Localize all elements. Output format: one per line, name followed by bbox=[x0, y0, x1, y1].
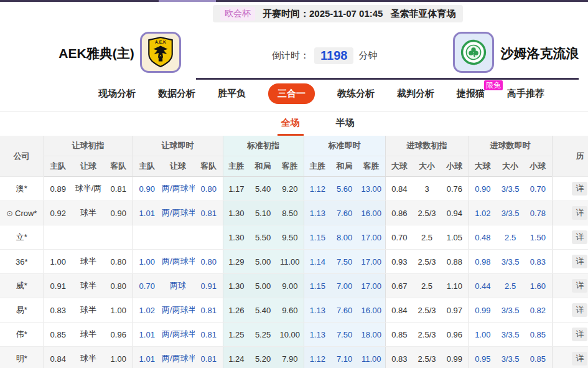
nav-item-coach-analysis[interactable]: 教练分析 bbox=[337, 88, 375, 100]
odds-cell: 1.05 bbox=[441, 225, 469, 250]
detail-button[interactable]: 详 bbox=[572, 206, 587, 220]
odds-cell: 两/两球半 bbox=[161, 250, 195, 274]
detail-button[interactable]: 详 bbox=[572, 279, 587, 293]
section-divider bbox=[0, 111, 588, 111]
company-cell: 威* bbox=[0, 274, 44, 298]
top-progress-bar bbox=[0, 0, 588, 2]
col-sub-1-2: 客队 bbox=[195, 156, 223, 177]
odds-cell: 0.91 bbox=[195, 274, 223, 298]
odds-cell: 1.50 bbox=[524, 225, 552, 250]
table-row: 明*0.84球半1.001.01两/两球半0.811.245.207.901.1… bbox=[0, 347, 588, 368]
odds-cell: 0.94 bbox=[441, 201, 469, 225]
odds-cell: 两/两球半 bbox=[161, 298, 195, 323]
odds-cell: 16.00 bbox=[358, 298, 385, 323]
home-team-logo: A.E.K bbox=[140, 32, 181, 73]
table-row: 澳*0.89球半/两0.810.90两/两球半0.801.175.409.201… bbox=[0, 177, 588, 201]
col-group-2: 标准初指 bbox=[223, 136, 304, 156]
col-group-4: 进球数初指 bbox=[385, 136, 469, 156]
odds-cell: 1.12 bbox=[304, 177, 331, 201]
detail-button[interactable]: 详 bbox=[572, 230, 587, 244]
odds-cell: 0.83 bbox=[44, 298, 72, 323]
detail-button[interactable]: 详 bbox=[572, 328, 587, 341]
countdown-value: 1198 bbox=[314, 47, 353, 64]
nav-item-jiebao-cat[interactable]: 捷报猫限免 bbox=[457, 88, 485, 100]
history-cell: 详统 bbox=[552, 201, 588, 225]
odds-cell: 1.17 bbox=[223, 177, 250, 201]
period-tabs: 全场 半场 bbox=[0, 117, 588, 136]
table-row: 伟*0.85球半0.961.01两/两球半0.811.255.2510.001.… bbox=[0, 323, 588, 347]
odds-cell: 0.85 bbox=[385, 323, 413, 347]
table-row: 36*1.00球半0.801.00两/两球半0.801.295.0011.001… bbox=[0, 250, 588, 274]
detail-button[interactable]: 详 bbox=[572, 255, 587, 268]
odds-cell: 5.00 bbox=[250, 274, 276, 298]
tab-half-time[interactable]: 半场 bbox=[332, 117, 358, 136]
company-name: 易* bbox=[16, 305, 27, 314]
odds-cell: 18.00 bbox=[358, 323, 385, 347]
odds-cell: 0.90 bbox=[105, 201, 133, 225]
company-cell: 澳* bbox=[0, 177, 44, 201]
odds-cell: 5.60 bbox=[331, 177, 358, 201]
nav-item-expert-tips[interactable]: 高手推荐 bbox=[507, 88, 544, 100]
odds-cell: 球半 bbox=[72, 298, 105, 323]
odds-cell: 0.91 bbox=[44, 274, 72, 298]
odds-cell: 3/3.5 bbox=[497, 347, 524, 368]
odds-cell: 9.00 bbox=[276, 274, 304, 298]
history-cell: 详统 bbox=[552, 177, 588, 201]
odds-cell: 3 bbox=[413, 177, 441, 201]
detail-button[interactable]: 详 bbox=[572, 303, 587, 317]
table-row: ⊙Crow*0.92球半0.901.01两/两球半0.811.305.108.5… bbox=[0, 201, 588, 225]
odds-cell: 1.13 bbox=[304, 323, 331, 347]
countdown-label: 倒计时： bbox=[272, 50, 309, 62]
col-sub-0-2: 客队 bbox=[105, 156, 133, 177]
nav-item-win-draw-lose[interactable]: 胜平负 bbox=[218, 88, 246, 100]
odds-cell bbox=[44, 225, 72, 250]
company-name: 澳* bbox=[16, 184, 27, 193]
odds-cell: 0.90 bbox=[469, 177, 497, 201]
odds-cell: 3/3.5 bbox=[497, 323, 524, 347]
odds-cell bbox=[133, 225, 161, 250]
match-info-bar: 欧会杯 开赛时间：2025-11-07 01:45 圣索菲亚体育场 bbox=[213, 5, 463, 22]
col-sub-5-0: 大球 bbox=[469, 156, 497, 177]
odds-cell: 9.50 bbox=[276, 225, 304, 250]
odds-cell: 5.40 bbox=[250, 298, 276, 323]
odds-cell: 2.5 bbox=[497, 274, 524, 298]
nav-item-three-in-one[interactable]: 三合一 bbox=[268, 83, 315, 104]
free-badge: 限免 bbox=[484, 80, 503, 90]
odds-cell: 1.12 bbox=[304, 347, 331, 368]
col-sub-1-1: 让球 bbox=[161, 156, 195, 177]
detail-button[interactable]: 详 bbox=[572, 352, 587, 366]
history-cell: 详统 bbox=[552, 250, 588, 274]
odds-cell: 0.89 bbox=[44, 177, 72, 201]
col-group-1: 让球即时 bbox=[133, 136, 223, 156]
odds-cell: 0.84 bbox=[44, 347, 72, 368]
odds-cell: 17.00 bbox=[358, 274, 385, 298]
nav-item-live-analysis[interactable]: 现场分析 bbox=[98, 88, 136, 100]
tab-full-time[interactable]: 全场 bbox=[278, 117, 304, 136]
odds-cell: 1.02 bbox=[469, 201, 497, 225]
odds-cell: 0.81 bbox=[195, 298, 223, 323]
odds-cell: 0.84 bbox=[385, 177, 413, 201]
odds-cell: 0.99 bbox=[469, 298, 497, 323]
col-sub-1-0: 主队 bbox=[133, 156, 161, 177]
odds-cell bbox=[195, 225, 223, 250]
nav-item-referee-analysis[interactable]: 裁判分析 bbox=[397, 88, 434, 100]
kickoff-time: 2025-11-07 01:45 bbox=[309, 8, 383, 19]
odds-cell: 0.80 bbox=[105, 250, 133, 274]
odds-cell: 9.60 bbox=[276, 298, 304, 323]
odds-cell: 5.50 bbox=[250, 225, 276, 250]
odds-cell: 0.76 bbox=[441, 177, 469, 201]
history-cell: 详统 bbox=[552, 225, 588, 250]
nav-item-data-analysis[interactable]: 数据分析 bbox=[158, 88, 195, 100]
odds-cell: 0.83 bbox=[524, 250, 552, 274]
odds-cell: 0.80 bbox=[105, 274, 133, 298]
nav-item-jiebao-cat-label: 捷报猫 bbox=[457, 88, 485, 98]
odds-cell bbox=[105, 225, 133, 250]
odds-cell: 1.01 bbox=[133, 201, 161, 225]
odds-cell: 两/两球半 bbox=[161, 177, 195, 201]
detail-button[interactable]: 详 bbox=[572, 182, 587, 196]
odds-cell: 0.85 bbox=[44, 323, 72, 347]
odds-cell: 球半 bbox=[72, 201, 105, 225]
odds-cell: 0.86 bbox=[385, 201, 413, 225]
odds-cell: 1.00 bbox=[105, 298, 133, 323]
odds-cell: 2.5/3 bbox=[413, 250, 441, 274]
